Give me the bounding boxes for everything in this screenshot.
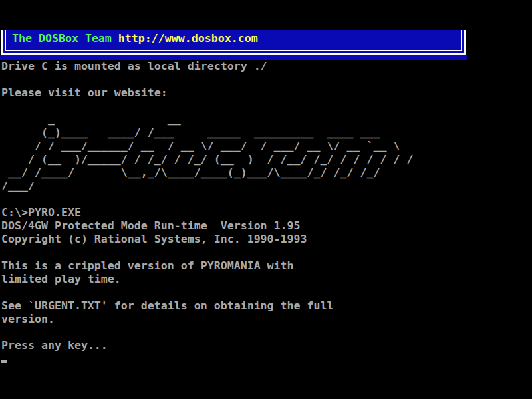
dosbox-team-label: The DOSBox Team [12, 32, 118, 45]
dosbox-banner: The DOSBox Team http://www.dosbox.com [1, 30, 466, 55]
terminal-cursor [1, 360, 7, 363]
dosbox-screen[interactable]: The DOSBox Team http://www.dosbox.com Dr… [0, 0, 532, 399]
dosbox-banner-text: The DOSBox Team http://www.dosbox.com [12, 32, 258, 45]
terminal-output: Drive C is mounted as local directory ./… [1, 60, 413, 352]
banner-shadow [0, 55, 467, 60]
dosbox-url-text: http://www.dosbox.com [118, 32, 258, 45]
